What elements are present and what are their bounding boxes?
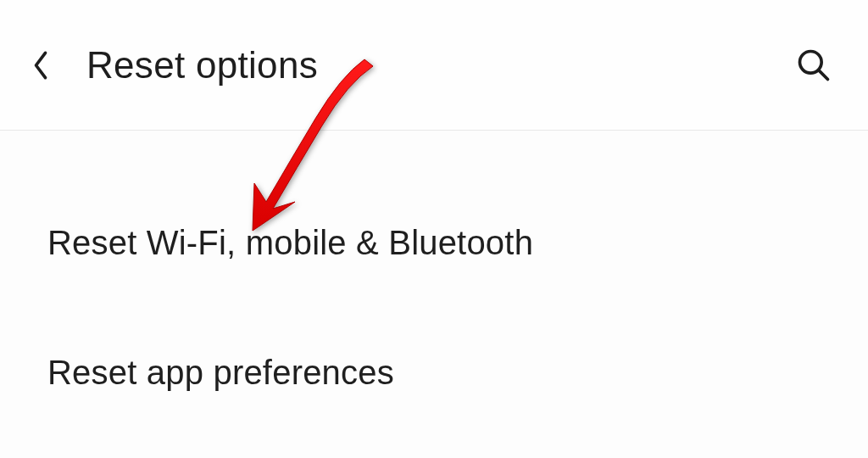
option-reset-app-preferences[interactable]: Reset app preferences bbox=[0, 320, 868, 426]
options-list: Reset Wi-Fi, mobile & Bluetooth Reset ap… bbox=[0, 131, 868, 426]
search-icon[interactable] bbox=[793, 45, 834, 86]
option-reset-network[interactable]: Reset Wi-Fi, mobile & Bluetooth bbox=[0, 190, 868, 296]
svg-line-1 bbox=[819, 70, 827, 79]
page-title: Reset options bbox=[86, 44, 793, 87]
header-bar: Reset options bbox=[0, 0, 868, 131]
back-icon[interactable] bbox=[31, 47, 51, 83]
